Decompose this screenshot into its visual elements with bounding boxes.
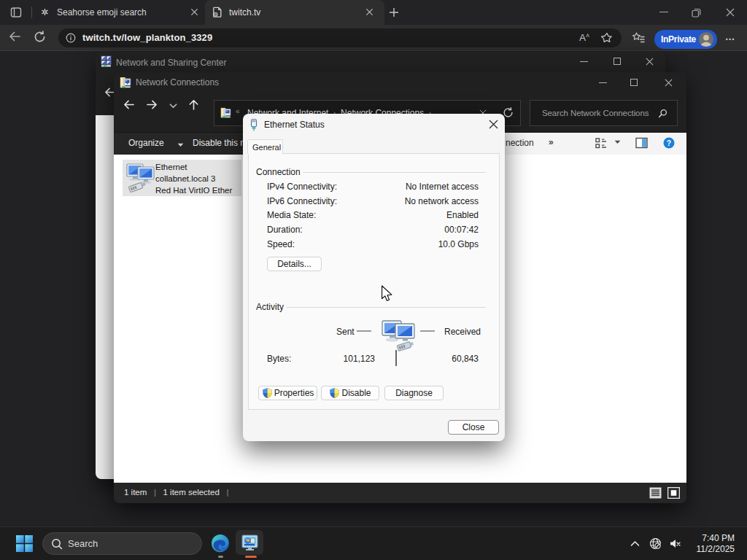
svg-text:?: ? (667, 139, 671, 147)
